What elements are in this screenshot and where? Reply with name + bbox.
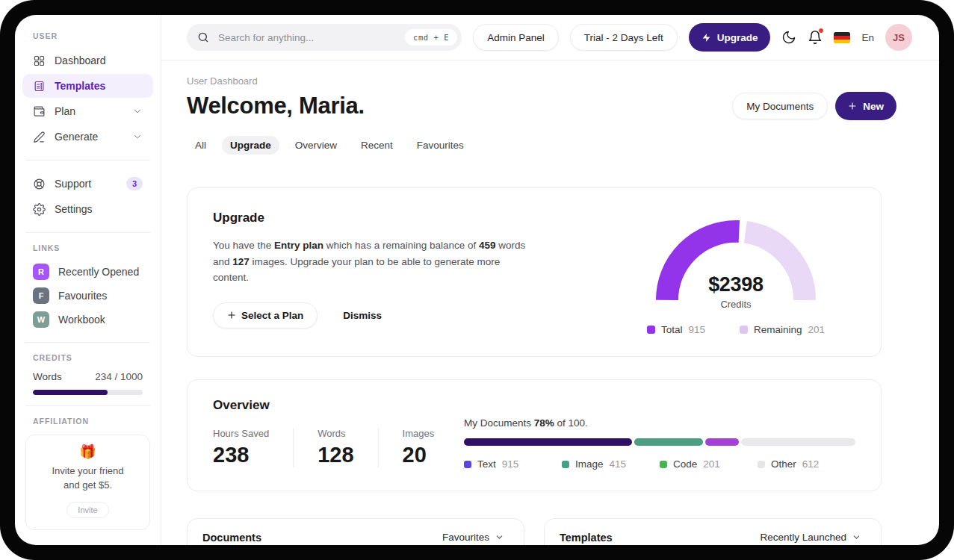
caption-text: My Documents [464,417,534,429]
sidebar-item-support[interactable]: Support 3 [22,172,153,196]
credits-name: Words [33,371,62,382]
legend-item-total: Total 915 [647,324,705,335]
search-bar[interactable]: cmd + E [187,24,462,51]
upgrade-card: Upgrade You have the Entry plan which ha… [187,187,882,357]
legend-swatch [464,461,471,468]
upgrade-card-left: Upgrade You have the Entry plan which ha… [213,211,536,335]
select-plan-button[interactable]: Select a Plan [213,302,318,329]
stat-value: 20 [403,443,435,467]
sidebar-item-settings[interactable]: Settings [22,197,153,221]
german-flag-icon[interactable] [834,32,850,43]
upgrade-button[interactable]: Upgrade [689,23,771,52]
legend-swatch [758,461,765,468]
templates-document-icon [33,80,46,93]
gift-icon: 🎁 [32,445,143,458]
sidebar-section-affiliation: AFFILIATION [22,417,153,426]
sidebar-item-templates[interactable]: Templates [22,74,153,98]
language-label[interactable]: En [861,32,874,43]
sidebar-link-recently-opened[interactable]: R Recently Opened [22,260,153,284]
sidebar-item-plan[interactable]: Plan [22,99,153,123]
stacked-progress-bar [464,438,855,446]
tab-recent[interactable]: Recent [353,136,401,155]
stat-hours-saved: Hours Saved 238 [213,428,269,467]
legend-label: Code [673,458,697,470]
tab-favourites[interactable]: Favourites [409,136,472,155]
link-avatar: R [33,264,49,280]
legend-value: 201 [808,324,826,335]
templates-filter-dropdown[interactable]: Recently Launched [755,531,866,544]
stat-words: Words 128 [318,428,353,467]
user-avatar[interactable]: JS [885,24,912,51]
documents-card-title: Documents [202,532,261,544]
upgrade-card-title: Upgrade [213,211,536,225]
sidebar-link-workbook[interactable]: W Workbook [22,308,153,332]
sidebar-link-favourites[interactable]: F Favourites [22,284,153,308]
dismiss-button[interactable]: Dismiss [338,309,386,322]
sidebar-item-generate[interactable]: Generate [22,125,153,149]
my-documents-button[interactable]: My Documents [732,93,828,119]
filter-tabs: All Upgrade Overview Recent Favourites [187,136,896,155]
sidebar-item-label: Plan [55,105,75,117]
moon-icon [781,30,796,45]
bottom-cards: Documents Favourites Untitled Document i… [187,518,882,545]
new-button[interactable]: New [835,92,896,120]
upgrade-button-label: Upgrade [717,32,758,43]
legend-swatch [562,461,569,468]
documents-card: Documents Favourites Untitled Document i… [187,518,524,545]
stat-label: Words [318,428,353,439]
legend-value: 201 [703,458,720,470]
templates-card-header: Templates Recently Launched [545,519,881,545]
sidebar-link-label: Favourites [58,290,107,302]
documents-filter-label: Favourites [442,532,489,543]
upgrade-card-actions: Select a Plan Dismiss [213,302,536,329]
documents-filter-dropdown[interactable]: Favourites [438,531,509,544]
sidebar-item-label: Generate [55,131,98,143]
stat-divider [378,428,379,467]
overview-title: Overview [213,398,434,413]
gauge-label: Credits [648,299,824,310]
legend-item-other: Other 612 [758,458,855,470]
admin-panel-button[interactable]: Admin Panel [473,24,559,51]
sidebar-item-dashboard[interactable]: Dashboard [22,49,153,72]
flag-stripe-gold [834,40,850,43]
page-title: Welcome, Maria. [187,93,365,119]
sidebar-section-credits: CREDITS [22,353,153,362]
dark-mode-toggle[interactable] [781,30,796,45]
tab-upgrade[interactable]: Upgrade [222,136,279,155]
plus-icon [227,311,236,320]
tab-overview[interactable]: Overview [287,136,345,155]
sidebar-link-label: Workbook [58,314,105,326]
body-text: images. Upgrade your plan to be able to … [213,256,500,284]
main-area: cmd + E Admin Panel Trial - 2 Days Left … [161,15,939,545]
sidebar: USER Dashboard Templates Plan Generate S… [15,15,161,545]
search-input[interactable] [217,31,397,44]
stat-value: 128 [318,443,353,467]
pencil-icon [33,131,46,143]
sidebar-item-label: Support [55,178,91,190]
topbar-right: Admin Panel Trial - 2 Days Left Upgrade [473,23,912,52]
body-text: which has a remaining balance of [323,240,479,251]
search-shortcut-badge: cmd + E [405,29,457,46]
gauge-legend: Total 915 Remaining 201 [647,324,825,335]
chevron-down-icon [132,131,143,142]
link-avatar: W [33,311,49,328]
tab-all[interactable]: All [187,136,214,155]
sidebar-divider [25,232,150,233]
sidebar-item-label: Settings [55,203,93,215]
bar-segment-text [464,438,632,446]
legend-label: Remaining [754,324,802,335]
bar-segment-image [634,438,703,446]
templates-card-title: Templates [560,532,613,544]
caption-percent: 78% [534,417,554,429]
dashboard-grid-icon [33,55,46,67]
trial-button[interactable]: Trial - 2 Days Left [570,24,678,51]
sidebar-divider [25,342,150,343]
bar-segment-code [705,438,739,446]
invite-button[interactable]: Invite [66,502,108,518]
templates-card: Templates Recently Launched Blog Post Ti… [544,518,882,545]
legend-value: 612 [802,458,820,470]
sidebar-item-label: Templates [55,80,105,92]
stat-label: Images [403,428,435,439]
documents-card-header: Documents Favourites [188,519,524,545]
notifications-button[interactable] [808,30,823,45]
